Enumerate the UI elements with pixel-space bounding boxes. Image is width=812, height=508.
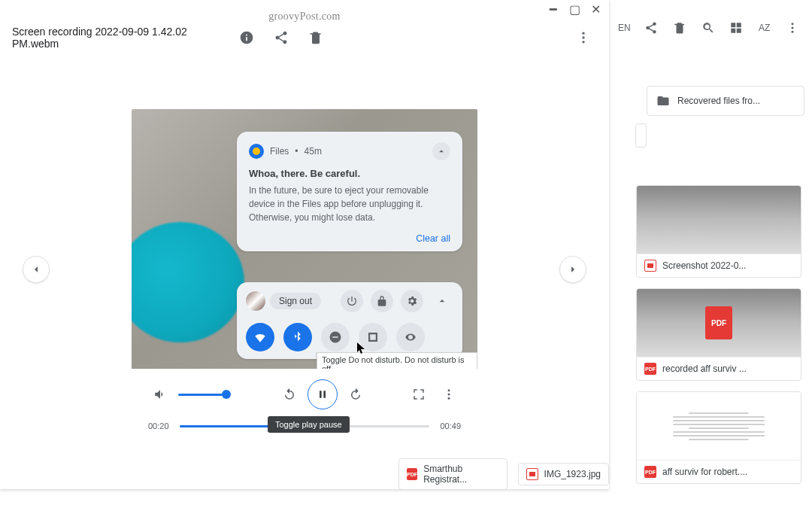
search-icon[interactable] <box>696 15 720 41</box>
svg-point-7 <box>448 394 450 396</box>
svg-point-6 <box>448 389 450 391</box>
image-file-icon <box>526 468 538 480</box>
info-icon[interactable] <box>233 24 260 51</box>
delete-icon[interactable] <box>668 15 692 41</box>
svg-point-2 <box>792 31 794 33</box>
thumbnail-preview <box>637 186 801 254</box>
svg-point-4 <box>582 36 584 38</box>
ghost-chip <box>635 123 647 148</box>
pdf-file-icon: PDF <box>644 363 656 375</box>
file-chip[interactable]: PDF Smarthub Registrat... <box>398 458 508 490</box>
collapse-icon[interactable] <box>432 142 450 160</box>
notification-card: Files • 45m Whoa, there. Be careful. In … <box>237 132 462 251</box>
notification-age: 45m <box>304 146 322 157</box>
next-button[interactable] <box>559 256 586 283</box>
notification-app-icon <box>249 144 264 159</box>
pdf-file-icon: PDF <box>644 466 656 478</box>
window-minimize-icon[interactable]: ━ <box>547 3 559 15</box>
prev-button[interactable] <box>23 256 50 283</box>
pdf-big-icon: PDF <box>705 306 732 339</box>
thumbnail-grid: Screenshot 2022-0... PDF PDF recorded af… <box>609 185 812 484</box>
dnd-tile[interactable] <box>321 323 350 351</box>
user-avatar[interactable] <box>246 291 265 311</box>
forward-10-icon[interactable] <box>344 382 368 406</box>
window-maximize-icon[interactable]: ▢ <box>568 3 580 15</box>
file-chip-label: IMG_1923.jpg <box>544 469 601 479</box>
play-pause-button[interactable] <box>308 379 338 409</box>
duration-time: 00:49 <box>440 421 461 430</box>
svg-point-5 <box>582 41 584 43</box>
share-icon[interactable] <box>268 24 295 51</box>
current-time: 00:20 <box>148 421 169 430</box>
seek-fill <box>180 425 283 427</box>
delete-icon[interactable] <box>302 24 329 51</box>
dot-separator: • <box>295 146 298 157</box>
play-pause-tooltip: Toggle play pause <box>268 416 350 433</box>
video-filename: Screen recording 2022-09-09 1.42.02 PM.w… <box>12 26 233 50</box>
expand-up-icon[interactable] <box>431 290 453 312</box>
volume-slider[interactable] <box>178 394 226 396</box>
thumbnail-preview <box>637 392 801 460</box>
viewer-header: Screen recording 2022-09-09 1.42.02 PM.w… <box>0 23 609 53</box>
player-more-icon[interactable] <box>437 382 461 406</box>
thumbnail-label: recorded aff surviv ... <box>662 364 747 374</box>
recovered-label: Recovered files fro... <box>677 96 760 106</box>
more-icon[interactable] <box>780 15 804 41</box>
view-grid-icon[interactable] <box>724 15 748 41</box>
sort-az-icon[interactable]: AZ <box>753 15 777 41</box>
more-icon[interactable] <box>570 24 597 51</box>
notification-title: Whoa, there. Be careful. <box>249 168 450 179</box>
quick-settings-panel: Sign out <box>237 282 462 359</box>
recovered-folder-chip[interactable]: Recovered files fro... <box>647 86 804 116</box>
video-viewer-window: groovyPost.com ━ ▢ ✕ Screen recording 20… <box>0 0 609 489</box>
notification-body: In the future, be sure to eject your rem… <box>249 184 450 224</box>
power-icon[interactable] <box>341 290 363 312</box>
visibility-off-tile[interactable] <box>396 323 425 351</box>
fullscreen-icon[interactable] <box>407 382 431 406</box>
file-chip[interactable]: IMG_1923.jpg <box>518 463 609 485</box>
clear-all-button[interactable]: Clear all <box>249 233 450 244</box>
svg-point-8 <box>448 397 450 400</box>
files-toolbar: EN AZ <box>609 0 812 48</box>
watermark: groovyPost.com <box>268 11 341 23</box>
thumbnail-card[interactable]: PDF aff surviv for robert.... <box>636 391 801 484</box>
pdf-file-icon: PDF <box>407 468 417 480</box>
cursor-icon <box>357 342 366 354</box>
bottom-file-row: PDF Smarthub Registrat... IMG_1923.jpg <box>0 459 609 489</box>
notification-app-name: Files <box>270 146 289 157</box>
wifi-tile[interactable] <box>246 323 274 351</box>
thumbnail-label: Screenshot 2022-0... <box>662 260 746 271</box>
file-chip-label: Smarthub Registrat... <box>423 464 498 485</box>
svg-point-1 <box>792 27 794 29</box>
thumbnail-preview: PDF <box>637 289 801 357</box>
video-frame: Files • 45m Whoa, there. Be careful. In … <box>132 109 477 373</box>
settings-icon[interactable] <box>401 290 423 312</box>
svg-point-0 <box>792 23 794 25</box>
bluetooth-tile[interactable] <box>283 323 312 351</box>
share-icon[interactable] <box>640 15 664 41</box>
thumbnail-card[interactable]: PDF PDF recorded aff surviv ... <box>636 288 801 381</box>
player-controls: 00:20 00:49 <box>132 369 477 452</box>
folder-icon <box>656 94 670 108</box>
rewind-10-icon[interactable] <box>277 382 301 406</box>
files-panel: EN AZ Recovered files fro... Screenshot … <box>609 0 812 508</box>
sign-out-button[interactable]: Sign out <box>270 293 321 309</box>
svg-point-3 <box>582 32 584 35</box>
thumbnail-label: aff surviv for robert.... <box>662 467 747 477</box>
image-file-icon <box>644 260 656 272</box>
volume-icon[interactable] <box>148 382 172 406</box>
thumbnail-card[interactable]: Screenshot 2022-0... <box>636 185 801 278</box>
lock-icon[interactable] <box>371 290 393 312</box>
lang-badge[interactable]: EN <box>614 20 635 36</box>
window-close-icon[interactable]: ✕ <box>589 3 601 15</box>
